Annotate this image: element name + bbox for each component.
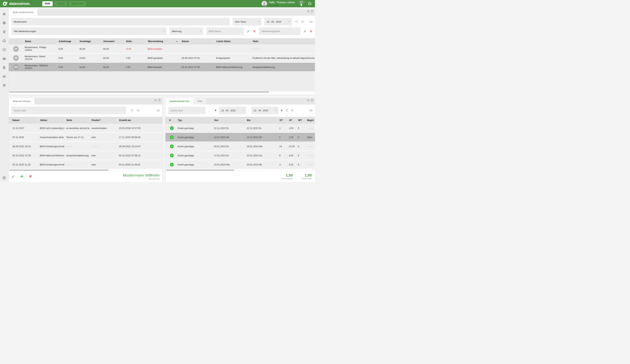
col-name: Name bbox=[23, 38, 56, 44]
delete-aktion-button[interactable]: ✕ bbox=[26, 172, 35, 181]
col-letzte-aktion: Letzte Aktion bbox=[214, 38, 251, 44]
selected-person-name: Mustermann Willhelm bbox=[123, 173, 160, 177]
refresh-icon[interactable] bbox=[130, 109, 134, 112]
minimize-icon[interactable] bbox=[307, 10, 310, 13]
tab-bem-aktionen[interactable]: BEM AKTIONEN bbox=[9, 98, 34, 104]
minimize-icon[interactable] bbox=[307, 99, 310, 102]
abwesenheit-row[interactable]: ✓ Krank ganztags22.11.2022 Di. 22.11.202… bbox=[166, 124, 315, 133]
home-icon[interactable] bbox=[2, 12, 6, 16]
abwesenheit-row-selected[interactable]: ✓ Krank ganztags14.12.2022 Mi. 14.12.202… bbox=[166, 133, 315, 142]
kandidaten-table-header: Name Arbeitstage Kranktage Grenzwert Del… bbox=[9, 38, 315, 44]
avatar[interactable] bbox=[262, 1, 267, 6]
play-circle-icon[interactable] bbox=[2, 21, 6, 25]
abrechnungskreis-filter-field[interactable]: Abrechnungskreis bbox=[259, 27, 300, 35]
scrollbar-thumb[interactable] bbox=[9, 169, 108, 171]
clear-search-icon[interactable] bbox=[291, 109, 294, 112]
database-icon[interactable] bbox=[2, 30, 6, 34]
kandidat-row[interactable]: MP Mustermann, Philipp155001 5,00 35,00 … bbox=[9, 44, 315, 53]
col-notiz: Notiz bbox=[251, 38, 315, 44]
col-notiz: Notiz bbox=[64, 117, 90, 124]
kandidat-row[interactable]: MD Mustermann, David152204 5,00 23,00 30… bbox=[9, 53, 315, 63]
ticket-icon[interactable] bbox=[2, 74, 6, 78]
prev-period-arrow-icon[interactable] bbox=[214, 109, 216, 112]
avatar: MP bbox=[13, 46, 19, 52]
horizontal-scrollbar bbox=[9, 91, 315, 93]
edit-bem-aktion-icon[interactable] bbox=[247, 30, 250, 33]
bem-aktion-filter-field[interactable]: BEM Aktion bbox=[206, 27, 244, 35]
aktionen-search-input[interactable]: Suche nach bbox=[11, 107, 126, 114]
header-avatar-spacer bbox=[9, 38, 23, 44]
add-aktion-button[interactable]: + bbox=[18, 172, 26, 181]
date-from-select[interactable]: 13 . 04 . 2022 bbox=[219, 107, 246, 114]
col-erstellt-am: Erstellt am bbox=[117, 117, 162, 124]
col-datum: Datum bbox=[9, 117, 38, 124]
niederlassungen-filter-select[interactable]: Alle Niederlassungen bbox=[11, 27, 166, 35]
scrollbar-thumb[interactable] bbox=[9, 91, 269, 93]
nav-tab-bem[interactable]: BEM bbox=[42, 1, 53, 6]
horizontal-scrollbar bbox=[9, 169, 162, 171]
aktion-row[interactable]: 03.11.2020 11:29BEM Einladungsschreiben … bbox=[9, 160, 162, 169]
avatar: MW bbox=[13, 64, 19, 70]
aktion-row[interactable]: 07.11.2020Antwortschreiben (Dok. 1a Term… bbox=[9, 133, 162, 142]
clear-search-icon[interactable] bbox=[301, 20, 304, 23]
abwesenheit-row[interactable]: ✓ Krank ganztags03.01.2023 Di. 16.01.202… bbox=[166, 142, 315, 151]
abwesenheiten-panel: ABWESENHEITEN DMS Suche nach bbox=[166, 98, 315, 182]
user-block[interactable]: Hallo,Thomas Loibner Demo Gmt bbox=[262, 1, 295, 6]
minimize-icon[interactable] bbox=[154, 99, 157, 102]
col-begruendung: Begrü bbox=[305, 117, 315, 124]
table-empty-area bbox=[9, 72, 315, 91]
nav-tab-mitarbeiter[interactable]: Mitarbeiter bbox=[69, 1, 86, 6]
col-at: AT bbox=[287, 117, 296, 124]
col-delta: Delta bbox=[124, 38, 146, 44]
document-icon[interactable] bbox=[2, 66, 6, 70]
aktion-row[interactable]: 04.10.2022 07:05BEM Abbruch/Ablehnung Ge… bbox=[9, 151, 162, 160]
abwesenheit-row[interactable]: ✓ Krank ganztags23.01.2023 Mo. 25.01.202… bbox=[166, 160, 315, 169]
approved-check-icon: ✓ bbox=[170, 144, 174, 148]
chevron-down-icon bbox=[200, 31, 202, 32]
team-filter-select[interactable]: Kein Team bbox=[232, 18, 262, 25]
package-icon[interactable] bbox=[2, 48, 6, 52]
chevron-down-icon bbox=[275, 110, 277, 111]
clear-search-icon[interactable] bbox=[137, 109, 140, 112]
maximize-icon[interactable] bbox=[311, 10, 313, 13]
brand-name: datenstrom. bbox=[9, 2, 30, 6]
maximize-icon[interactable] bbox=[311, 99, 313, 102]
briefcase-icon[interactable] bbox=[2, 57, 6, 61]
nav-tab-events[interactable]: Events bbox=[54, 1, 67, 6]
tab-dms[interactable]: DMS bbox=[194, 98, 206, 104]
abwesenheiten-search-input[interactable]: Suche nach bbox=[168, 107, 206, 114]
remove-abrechnungskreis-icon[interactable] bbox=[309, 30, 312, 33]
abwesenheit-row[interactable]: ✓ Krank ganztags17.01.2023 Di. 22.01.202… bbox=[166, 151, 315, 160]
warnung-filter-select[interactable]: Warnung bbox=[170, 27, 203, 35]
col-von: Von bbox=[212, 117, 245, 124]
refresh-icon[interactable] bbox=[285, 109, 288, 112]
remove-bem-aktion-icon[interactable] bbox=[253, 30, 256, 33]
date-filter-select[interactable]: 12 . 04 . 2023 bbox=[264, 18, 292, 25]
aktion-row[interactable]: 21.12.2017BEM nicht notwendig (alt) es b… bbox=[9, 124, 162, 133]
notifications-button[interactable]: 1903 bbox=[298, 1, 304, 6]
chevron-down-icon bbox=[258, 21, 260, 22]
aktion-row[interactable]: 26.09.2022 15:13BEM Einladungsschreiben … bbox=[9, 142, 162, 151]
maximize-icon[interactable] bbox=[158, 99, 160, 102]
bem-kandidaten-panel: BEM KANDIDATEN Mustermann Kein Team 12 .… bbox=[9, 9, 315, 95]
kandidaten-search-input[interactable]: Mustermann bbox=[11, 18, 230, 25]
edit-abrechnungskreis-icon[interactable] bbox=[303, 30, 306, 33]
refresh-icon[interactable] bbox=[295, 20, 298, 23]
next-period-arrow-icon[interactable] bbox=[281, 109, 283, 112]
shield-user-icon[interactable] bbox=[2, 83, 6, 87]
edit-aktion-button[interactable] bbox=[9, 172, 18, 181]
tab-abwesenheiten[interactable]: ABWESENHEITEN bbox=[166, 98, 194, 104]
kandidat-row-selected[interactable]: MW Mustermann, Willhelm200000 5,00 23,00… bbox=[9, 63, 315, 72]
avatar: MD bbox=[13, 55, 19, 61]
scrollbar-thumb[interactable] bbox=[166, 169, 234, 171]
col-datum: Datum bbox=[180, 38, 214, 44]
tab-bem-kandidaten[interactable]: BEM KANDIDATEN bbox=[9, 9, 37, 15]
sort-asc-icon[interactable] bbox=[176, 41, 178, 42]
logout-power-button[interactable] bbox=[308, 2, 312, 6]
chart-donut-icon[interactable] bbox=[2, 39, 6, 43]
greeting-line: Hallo,Thomas Loibner bbox=[269, 1, 295, 4]
date-to-select[interactable]: 12 . 04 . 2023 bbox=[251, 107, 278, 114]
user-name: Thomas Loibner bbox=[276, 1, 295, 4]
col-warnmeldung: Warnmeldung bbox=[146, 38, 180, 44]
settings-gear-icon[interactable] bbox=[2, 176, 6, 180]
